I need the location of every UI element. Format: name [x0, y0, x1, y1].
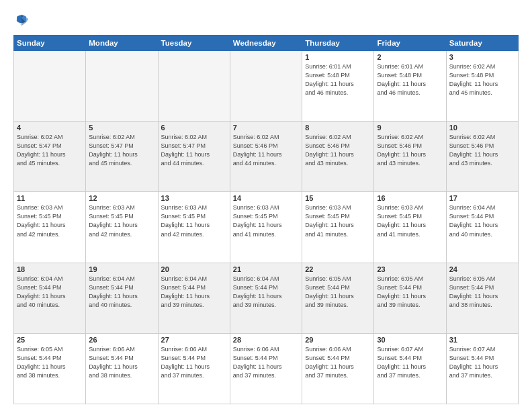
calendar-cell: 31Sunrise: 6:07 AM Sunset: 5:44 PM Dayli…	[446, 333, 518, 404]
day-number: 14	[233, 194, 299, 202]
day-info: Sunrise: 6:05 AM Sunset: 5:44 PM Dayligh…	[305, 275, 371, 310]
calendar-cell: 6Sunrise: 6:02 AM Sunset: 5:47 PM Daylig…	[158, 122, 230, 192]
day-number: 2	[377, 53, 443, 61]
day-info: Sunrise: 6:02 AM Sunset: 5:46 PM Dayligh…	[377, 133, 443, 168]
calendar-cell: 30Sunrise: 6:07 AM Sunset: 5:44 PM Dayli…	[374, 333, 446, 404]
day-number: 10	[449, 124, 515, 132]
calendar-cell: 10Sunrise: 6:02 AM Sunset: 5:46 PM Dayli…	[446, 122, 518, 192]
day-number: 31	[449, 336, 515, 344]
day-info: Sunrise: 6:02 AM Sunset: 5:47 PM Dayligh…	[17, 133, 83, 168]
day-number: 28	[233, 336, 299, 344]
weekday-header-saturday: Saturday	[446, 36, 518, 51]
day-info: Sunrise: 6:02 AM Sunset: 5:47 PM Dayligh…	[89, 133, 154, 168]
logo	[13, 12, 32, 28]
calendar-cell: 22Sunrise: 6:05 AM Sunset: 5:44 PM Dayli…	[302, 263, 374, 333]
calendar-cell: 29Sunrise: 6:06 AM Sunset: 5:44 PM Dayli…	[302, 333, 374, 404]
calendar-cell: 18Sunrise: 6:04 AM Sunset: 5:44 PM Dayli…	[14, 263, 86, 333]
calendar-table: SundayMondayTuesdayWednesdayThursdayFrid…	[13, 35, 519, 404]
day-info: Sunrise: 6:02 AM Sunset: 5:48 PM Dayligh…	[449, 62, 515, 97]
day-number: 21	[233, 265, 299, 273]
day-info: Sunrise: 6:07 AM Sunset: 5:44 PM Dayligh…	[449, 345, 515, 380]
day-info: Sunrise: 6:04 AM Sunset: 5:44 PM Dayligh…	[89, 275, 154, 310]
calendar-cell: 25Sunrise: 6:05 AM Sunset: 5:44 PM Dayli…	[14, 333, 86, 404]
day-number: 20	[161, 265, 227, 273]
calendar-cell	[86, 51, 158, 122]
calendar-cell: 28Sunrise: 6:06 AM Sunset: 5:44 PM Dayli…	[230, 333, 302, 404]
day-info: Sunrise: 6:05 AM Sunset: 5:44 PM Dayligh…	[377, 275, 443, 310]
calendar-cell: 15Sunrise: 6:03 AM Sunset: 5:45 PM Dayli…	[302, 192, 374, 263]
calendar-cell	[14, 51, 86, 122]
calendar-cell: 26Sunrise: 6:06 AM Sunset: 5:44 PM Dayli…	[86, 333, 158, 404]
day-number: 19	[89, 265, 154, 273]
day-number: 24	[449, 265, 515, 273]
calendar-header-row: SundayMondayTuesdayWednesdayThursdayFrid…	[14, 36, 519, 51]
day-number: 15	[305, 194, 371, 202]
day-info: Sunrise: 6:02 AM Sunset: 5:46 PM Dayligh…	[449, 133, 515, 168]
day-number: 22	[305, 265, 371, 273]
day-number: 9	[377, 124, 443, 132]
calendar-cell: 5Sunrise: 6:02 AM Sunset: 5:47 PM Daylig…	[86, 122, 158, 192]
calendar-cell: 24Sunrise: 6:05 AM Sunset: 5:44 PM Dayli…	[446, 263, 518, 333]
day-number: 25	[17, 336, 83, 344]
day-info: Sunrise: 6:02 AM Sunset: 5:46 PM Dayligh…	[233, 133, 299, 168]
day-info: Sunrise: 6:03 AM Sunset: 5:45 PM Dayligh…	[161, 203, 227, 238]
calendar-week-row-1: 1Sunrise: 6:01 AM Sunset: 5:48 PM Daylig…	[14, 51, 519, 122]
day-info: Sunrise: 6:03 AM Sunset: 5:45 PM Dayligh…	[305, 203, 371, 238]
day-info: Sunrise: 6:02 AM Sunset: 5:46 PM Dayligh…	[305, 133, 371, 168]
day-info: Sunrise: 6:02 AM Sunset: 5:47 PM Dayligh…	[161, 133, 227, 168]
calendar-cell: 16Sunrise: 6:03 AM Sunset: 5:45 PM Dayli…	[374, 192, 446, 263]
day-number: 5	[89, 124, 154, 132]
day-info: Sunrise: 6:05 AM Sunset: 5:44 PM Dayligh…	[17, 345, 83, 380]
day-number: 12	[89, 194, 154, 202]
calendar-week-row-5: 25Sunrise: 6:05 AM Sunset: 5:44 PM Dayli…	[14, 333, 519, 404]
weekday-header-wednesday: Wednesday	[230, 36, 302, 51]
calendar-cell: 4Sunrise: 6:02 AM Sunset: 5:47 PM Daylig…	[14, 122, 86, 192]
day-info: Sunrise: 6:06 AM Sunset: 5:44 PM Dayligh…	[89, 345, 154, 380]
calendar-cell: 19Sunrise: 6:04 AM Sunset: 5:44 PM Dayli…	[86, 263, 158, 333]
day-info: Sunrise: 6:05 AM Sunset: 5:44 PM Dayligh…	[449, 275, 515, 310]
day-info: Sunrise: 6:06 AM Sunset: 5:44 PM Dayligh…	[233, 345, 299, 380]
calendar-cell: 21Sunrise: 6:04 AM Sunset: 5:44 PM Dayli…	[230, 263, 302, 333]
day-info: Sunrise: 6:03 AM Sunset: 5:45 PM Dayligh…	[377, 203, 443, 238]
day-number: 3	[449, 53, 515, 61]
calendar-cell: 13Sunrise: 6:03 AM Sunset: 5:45 PM Dayli…	[158, 192, 230, 263]
calendar-cell: 17Sunrise: 6:04 AM Sunset: 5:44 PM Dayli…	[446, 192, 518, 263]
calendar-cell: 9Sunrise: 6:02 AM Sunset: 5:46 PM Daylig…	[374, 122, 446, 192]
calendar-cell: 3Sunrise: 6:02 AM Sunset: 5:48 PM Daylig…	[446, 51, 518, 122]
weekday-header-tuesday: Tuesday	[158, 36, 230, 51]
day-info: Sunrise: 6:01 AM Sunset: 5:48 PM Dayligh…	[305, 62, 371, 97]
day-number: 6	[161, 124, 227, 132]
weekday-header-thursday: Thursday	[302, 36, 374, 51]
day-info: Sunrise: 6:06 AM Sunset: 5:44 PM Dayligh…	[305, 345, 371, 380]
weekday-header-monday: Monday	[86, 36, 158, 51]
day-number: 29	[305, 336, 371, 344]
header	[13, 12, 519, 28]
day-number: 23	[377, 265, 443, 273]
calendar-week-row-3: 11Sunrise: 6:03 AM Sunset: 5:45 PM Dayli…	[14, 192, 519, 263]
day-info: Sunrise: 6:04 AM Sunset: 5:44 PM Dayligh…	[233, 275, 299, 310]
day-number: 13	[161, 194, 227, 202]
day-info: Sunrise: 6:01 AM Sunset: 5:48 PM Dayligh…	[377, 62, 443, 97]
day-number: 4	[17, 124, 83, 132]
day-info: Sunrise: 6:06 AM Sunset: 5:44 PM Dayligh…	[161, 345, 227, 380]
calendar-cell: 2Sunrise: 6:01 AM Sunset: 5:48 PM Daylig…	[374, 51, 446, 122]
day-number: 18	[17, 265, 83, 273]
day-info: Sunrise: 6:03 AM Sunset: 5:45 PM Dayligh…	[89, 203, 154, 238]
day-number: 8	[305, 124, 371, 132]
day-info: Sunrise: 6:04 AM Sunset: 5:44 PM Dayligh…	[449, 203, 515, 238]
calendar-cell: 14Sunrise: 6:03 AM Sunset: 5:45 PM Dayli…	[230, 192, 302, 263]
day-info: Sunrise: 6:04 AM Sunset: 5:44 PM Dayligh…	[161, 275, 227, 310]
weekday-header-friday: Friday	[374, 36, 446, 51]
calendar-week-row-2: 4Sunrise: 6:02 AM Sunset: 5:47 PM Daylig…	[14, 122, 519, 192]
day-number: 17	[449, 194, 515, 202]
day-number: 16	[377, 194, 443, 202]
day-info: Sunrise: 6:07 AM Sunset: 5:44 PM Dayligh…	[377, 345, 443, 380]
calendar-cell	[158, 51, 230, 122]
day-number: 1	[305, 53, 371, 61]
calendar-cell: 1Sunrise: 6:01 AM Sunset: 5:48 PM Daylig…	[302, 51, 374, 122]
day-info: Sunrise: 6:03 AM Sunset: 5:45 PM Dayligh…	[17, 203, 83, 238]
calendar-cell: 27Sunrise: 6:06 AM Sunset: 5:44 PM Dayli…	[158, 333, 230, 404]
day-number: 26	[89, 336, 154, 344]
weekday-header-sunday: Sunday	[14, 36, 86, 51]
calendar-cell: 8Sunrise: 6:02 AM Sunset: 5:46 PM Daylig…	[302, 122, 374, 192]
